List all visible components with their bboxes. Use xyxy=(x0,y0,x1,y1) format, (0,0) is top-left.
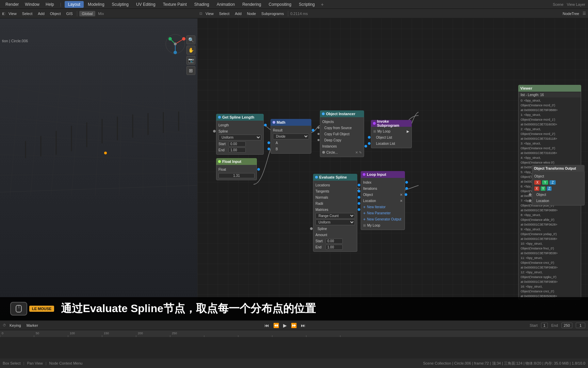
float-socket-out[interactable] xyxy=(257,168,260,171)
viewport-3d[interactable]: tion | Circle.006 🔍 ✋ 📷 ⊞ xyxy=(0,18,197,320)
tab-modeling[interactable]: Modeling xyxy=(84,1,108,8)
node-context-label: Node Context Menu xyxy=(49,361,83,365)
view-menu-node[interactable]: View xyxy=(203,11,216,16)
length-socket-out[interactable] xyxy=(264,124,267,126)
view-layer-selector[interactable]: View Layer xyxy=(567,2,585,6)
mode-dropdown-row[interactable]: Uniform xyxy=(216,134,263,141)
location-close-btn[interactable]: ✕ xyxy=(400,199,403,203)
pan-icon[interactable]: ✋ xyxy=(186,46,195,55)
x-btn[interactable]: X xyxy=(534,180,541,185)
node-loop-input[interactable]: Loop Input Index Iterations Object ✕ Loc xyxy=(361,171,405,230)
loc-list-socket-in[interactable] xyxy=(368,142,371,145)
timeline-icon[interactable]: ⏱ xyxy=(3,323,6,327)
tab-layout[interactable]: Layout xyxy=(65,1,84,8)
svg-line-11 xyxy=(95,70,102,196)
svg-line-6 xyxy=(0,185,197,192)
tangents-socket-out[interactable] xyxy=(358,190,360,193)
global-dropdown[interactable]: Global xyxy=(79,11,96,16)
radii-socket-out[interactable] xyxy=(358,202,360,205)
marker-btn[interactable]: Marker xyxy=(24,323,40,328)
node-invoke-subprogram[interactable]: Invoke Subprogram ⊞ My Loop ▶ Object Lis… xyxy=(371,120,412,148)
spline-socket-in2[interactable] xyxy=(310,227,313,230)
node-object-transforms[interactable]: Object Transforms Output Object X Y Z X … xyxy=(532,165,585,205)
keying-btn[interactable]: Keying xyxy=(7,323,23,328)
start-frame-field[interactable]: 1 xyxy=(541,323,548,328)
float-value-field[interactable]: 1.31 xyxy=(218,173,255,178)
obj-socket-in[interactable] xyxy=(529,193,532,196)
top-menubar: Render Window Help | Layout Modeling Scu… xyxy=(0,0,588,9)
copy-source-socket[interactable] xyxy=(317,127,320,129)
object-close-btn[interactable]: ✕ xyxy=(400,193,403,197)
z-btn[interactable]: Z xyxy=(550,180,556,185)
locations-socket-out[interactable] xyxy=(358,184,360,186)
object-menu-3d[interactable]: Object xyxy=(48,11,63,16)
tab-animation[interactable]: Animation xyxy=(213,1,238,8)
mix-label: Mix xyxy=(98,12,104,16)
instances-socket-out[interactable] xyxy=(364,145,367,148)
y-btn[interactable]: Y xyxy=(542,180,549,185)
a-socket-in[interactable] xyxy=(267,141,270,144)
tab-compositing[interactable]: Compositing xyxy=(265,1,295,8)
node-editor[interactable]: Get Spline Length Length Spline Uniform xyxy=(197,18,588,320)
operation-row[interactable]: Divide xyxy=(271,133,311,140)
eval-end-field[interactable]: 1.00 xyxy=(326,245,343,250)
tab-shading[interactable]: Shading xyxy=(191,1,213,8)
eval-start-field[interactable]: 0.00 xyxy=(326,239,343,244)
start-field[interactable]: 0.00 xyxy=(229,141,246,147)
iterations-socket-out[interactable] xyxy=(405,187,408,190)
tab-texture-paint[interactable]: Texture Paint xyxy=(160,1,190,8)
tab-rendering[interactable]: Rendering xyxy=(239,1,264,8)
index-socket-out[interactable] xyxy=(405,181,408,184)
tab-scripting[interactable]: Scripting xyxy=(295,1,318,8)
operation-select[interactable]: Divide xyxy=(273,134,309,139)
node-get-spline-length[interactable]: Get Spline Length Length Spline Uniform xyxy=(216,114,264,155)
scene-selector[interactable]: Scene xyxy=(553,2,564,6)
grid-icon[interactable]: ⊞ xyxy=(186,66,195,75)
my-loop-row[interactable]: ⊞ My Loop ▶ xyxy=(371,128,411,134)
prev-frame-btn[interactable]: ⏪ xyxy=(272,323,280,328)
location-socket-in[interactable] xyxy=(529,199,532,202)
window-menu[interactable]: Window xyxy=(22,1,42,7)
spline-socket-in[interactable] xyxy=(213,130,216,133)
float-value-row[interactable]: 1.31 xyxy=(216,172,257,179)
uniform-select[interactable]: Uniform xyxy=(315,219,355,225)
tab-sculpting[interactable]: Sculpting xyxy=(109,1,132,8)
add-workspace-button[interactable]: + xyxy=(319,2,326,7)
node-object-instancer[interactable]: Object Instancer Objects Copy from Sourc… xyxy=(320,110,364,157)
zoom-icon[interactable]: 🔍 xyxy=(186,35,195,44)
help-menu[interactable]: Help xyxy=(43,1,57,7)
jump-end-btn[interactable]: ⏭ xyxy=(299,323,307,328)
range-count-select[interactable]: Range Count xyxy=(315,213,355,219)
view-menu-3d[interactable]: View xyxy=(6,11,19,16)
node-math[interactable]: Math Result Divide A B xyxy=(271,119,311,154)
b-socket-in[interactable] xyxy=(267,148,270,150)
jump-start-btn[interactable]: ⏮ xyxy=(263,323,271,328)
svg-line-15 xyxy=(184,70,189,196)
svg-point-32 xyxy=(182,37,185,41)
object-socket-in[interactable] xyxy=(405,193,407,196)
timeline-content[interactable]: 0 50 100 150 200 250 xyxy=(0,330,588,358)
current-frame-field[interactable]: 1 xyxy=(576,323,585,328)
result-socket-out[interactable] xyxy=(312,129,314,132)
end-frame-field[interactable]: 250 xyxy=(561,323,572,328)
tab-uv-editing[interactable]: UV Editing xyxy=(133,1,159,8)
play-btn[interactable]: ▶ xyxy=(282,323,288,328)
subprograms-menu-node[interactable]: Subprograms xyxy=(259,11,286,16)
node-evaluate-spline[interactable]: Evaluate Spline Locations Tangents Norma… xyxy=(313,174,357,252)
obj-list-socket-in[interactable] xyxy=(368,136,371,139)
select-menu-node[interactable]: Select xyxy=(217,11,232,16)
add-menu-3d[interactable]: Add xyxy=(36,11,47,16)
node-menu-node[interactable]: Node xyxy=(245,11,258,16)
matrices-socket-out[interactable] xyxy=(358,208,360,211)
end-field[interactable]: 1.00 xyxy=(229,148,246,153)
render-menu[interactable]: Render xyxy=(3,1,21,7)
gis-menu-3d[interactable]: GIS xyxy=(64,11,75,16)
add-menu-node[interactable]: Add xyxy=(233,11,244,16)
camera-icon[interactable]: 📷 xyxy=(186,56,195,65)
mode-select[interactable]: Uniform xyxy=(218,135,261,140)
svg-line-4 xyxy=(0,155,197,160)
next-frame-btn[interactable]: ⏩ xyxy=(290,323,298,328)
node-float-input[interactable]: Float Input Float 1.31 xyxy=(216,158,257,180)
select-menu-3d[interactable]: Select xyxy=(20,11,35,16)
normals-socket-out[interactable] xyxy=(358,196,360,199)
